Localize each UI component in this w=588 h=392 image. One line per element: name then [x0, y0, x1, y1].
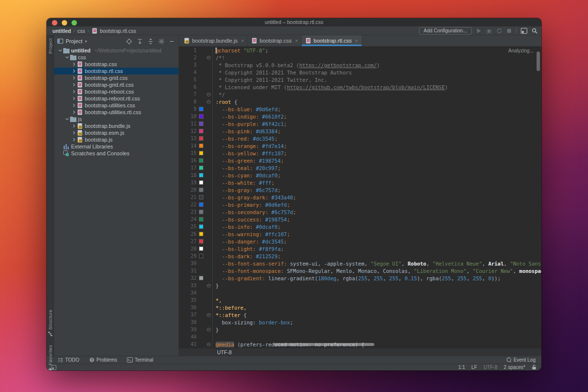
code-line[interactable]: 2–/*!	[179, 54, 541, 61]
chevron-right-icon[interactable]	[71, 96, 77, 101]
tool-window-button-todo[interactable]: TODO	[58, 357, 79, 363]
code-line[interactable]: 14 --bs-orange: #fd7e14;	[179, 142, 541, 149]
code-line[interactable]: 23 --bs-secondary: #6c757d;	[179, 208, 541, 216]
color-swatch[interactable]	[199, 115, 206, 118]
horizontal-scrollbar[interactable]	[274, 343, 374, 346]
tree-item[interactable]: JSbootstrap.js	[54, 136, 178, 143]
add-configuration-button[interactable]: Add Configuration...	[419, 27, 472, 35]
project-panel-title[interactable]: Project	[66, 38, 82, 44]
tool-window-button-terminal[interactable]: Terminal	[127, 357, 153, 363]
chevron-right-icon[interactable]	[71, 130, 77, 136]
code-line[interactable]: 39–}	[179, 326, 541, 333]
status-item[interactable]: 2 spaces*	[504, 365, 525, 370]
code-line[interactable]: 25 --bs-info: #0dcaf0;	[179, 223, 541, 230]
tool-windows-icon[interactable]	[521, 28, 527, 34]
code-line[interactable]: 18 --bs-cyan: #0dcaf0;	[179, 172, 541, 179]
tree-item[interactable]: External Libraries	[54, 143, 178, 150]
coverage-icon[interactable]	[496, 28, 502, 34]
tree-item[interactable]: bootstrap-reboot.css	[54, 88, 178, 95]
chevron-down-icon[interactable]	[64, 54, 70, 60]
color-swatch[interactable]	[199, 181, 206, 184]
code-line[interactable]: 17 --bs-teal: #20c997;	[179, 164, 541, 172]
code-editor[interactable]: 1@charset "UTF-8";2–/*!3 * Bootstrap v5.…	[179, 47, 541, 348]
color-swatch[interactable]	[199, 107, 206, 111]
tree-item[interactable]: bootstrap-utilities.css	[54, 102, 178, 109]
code-line[interactable]: 21 --bs-gray-dark: #343a40;	[179, 194, 541, 201]
chevron-right-icon[interactable]	[71, 109, 77, 115]
color-swatch[interactable]	[199, 225, 206, 228]
color-swatch[interactable]	[199, 129, 206, 133]
color-swatch[interactable]	[199, 203, 206, 206]
fold-marker[interactable]: –	[206, 282, 213, 289]
code-line[interactable]: 36*::before,	[179, 304, 541, 311]
status-item[interactable]: LF	[471, 365, 477, 370]
code-line[interactable]: 8–:root {	[179, 98, 541, 105]
fold-marker[interactable]: –	[206, 91, 213, 98]
code-line[interactable]: 15 --bs-yellow: #ffc107;	[179, 149, 541, 157]
status-item[interactable]: 1:1	[458, 365, 465, 370]
breadcrumb-item[interactable]: bootstrap.rtl.css	[100, 28, 136, 34]
tab-close-icon[interactable]: ×	[295, 38, 298, 44]
color-swatch[interactable]	[199, 276, 206, 280]
tab-close-icon[interactable]: ×	[241, 38, 244, 44]
color-swatch[interactable]	[199, 137, 206, 140]
chevron-down-icon[interactable]	[64, 116, 70, 122]
tab-close-icon[interactable]: ×	[355, 38, 358, 44]
code-line[interactable]: 37–*::after {	[179, 311, 541, 318]
breadcrumb-item[interactable]: untitled	[52, 28, 71, 34]
tree-item[interactable]: bootstrap-grid.rtl.css	[54, 81, 178, 88]
write-access-lock-icon[interactable]	[532, 365, 537, 370]
chevron-right-icon[interactable]	[71, 82, 77, 88]
code-line[interactable]: 24 --bs-success: #198754;	[179, 216, 541, 223]
tree-item[interactable]: bootstrap.css	[54, 61, 178, 68]
code-line[interactable]: 29 --bs-dark: #212529;	[179, 252, 541, 260]
chevron-down-icon[interactable]: ▾	[85, 39, 87, 44]
chevron-down-icon[interactable]	[57, 48, 63, 53]
color-swatch[interactable]	[199, 196, 206, 199]
title-bar[interactable]: untitled – bootstrap.rtl.css	[47, 18, 541, 26]
color-swatch[interactable]	[199, 122, 206, 125]
collapse-all-icon[interactable]	[147, 38, 154, 45]
code-line[interactable]: 11 --bs-purple: #6f42c1;	[179, 120, 541, 127]
color-swatch[interactable]	[199, 210, 206, 214]
event-log-button[interactable]: Event Log	[506, 357, 536, 363]
chevron-right-icon[interactable]	[71, 75, 77, 81]
color-swatch[interactable]	[199, 254, 206, 258]
code-line[interactable]: 6 * Licensed under MIT (https://github.c…	[179, 83, 541, 91]
color-swatch[interactable]	[199, 232, 206, 236]
tree-item[interactable]: JSbootstrap.bundle.js	[54, 122, 178, 129]
code-line[interactable]: 33–}	[179, 282, 541, 289]
code-line[interactable]: 34	[179, 289, 541, 296]
tool-window-button-problems[interactable]: Problems	[89, 357, 117, 363]
color-swatch[interactable]	[199, 188, 206, 192]
code-line[interactable]: 40	[179, 333, 541, 341]
tree-item[interactable]: bootstrap-reboot.rtl.css	[54, 95, 178, 102]
code-line[interactable]: 10 --bs-indigo: #6610f2;	[179, 113, 541, 120]
code-line[interactable]: 20 --bs-gray: #6c757d;	[179, 186, 541, 194]
code-line[interactable]: 16 --bs-green: #198754;	[179, 157, 541, 164]
editor-tab[interactable]: bootstrap.rtl.css×	[302, 35, 362, 46]
locate-icon[interactable]	[126, 38, 132, 45]
chevron-right-icon[interactable]	[71, 61, 77, 67]
breadcrumb-item[interactable]: css	[77, 28, 85, 34]
code-line[interactable]: 31 --bs-font-monospace: SFMono-Regular, …	[179, 267, 541, 274]
code-line[interactable]: 22 --bs-primary: #0d6efd;	[179, 201, 541, 208]
code-line[interactable]: 12 --bs-pink: #d63384;	[179, 127, 541, 135]
color-swatch[interactable]	[199, 247, 206, 250]
color-swatch[interactable]	[199, 159, 206, 162]
tree-item[interactable]: bootstrap-grid.css	[54, 74, 178, 81]
color-swatch[interactable]	[199, 144, 206, 147]
code-line[interactable]: 7– */	[179, 91, 541, 98]
code-line[interactable]: 35*,	[179, 296, 541, 304]
run-icon[interactable]	[476, 28, 482, 34]
fold-marker[interactable]: –	[206, 341, 213, 348]
editor-tab[interactable]: JSbootstrap.bundle.js×	[180, 35, 248, 46]
color-swatch[interactable]	[199, 173, 206, 177]
code-line[interactable]: 1@charset "UTF-8";	[179, 47, 541, 54]
code-line[interactable]: 27 --bs-danger: #dc3545;	[179, 238, 541, 245]
color-swatch[interactable]	[199, 151, 206, 155]
tree-item-selected[interactable]: bootstrap.rtl.css	[54, 68, 178, 74]
tree-item[interactable]: untitled~/WebstormProjects/untitled	[54, 47, 178, 54]
status-item[interactable]: UTF-8	[484, 365, 497, 370]
code-line[interactable]: 19 --bs-white: #fff;	[179, 179, 541, 186]
